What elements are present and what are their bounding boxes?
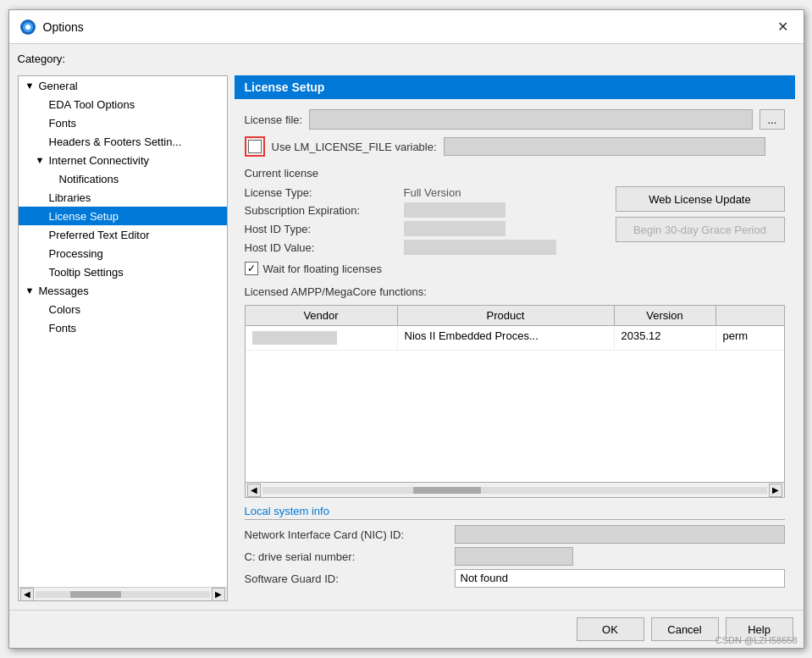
software-guard-value: Not found <box>455 569 785 588</box>
sidebar-item-label: EDA Tool Options <box>49 98 135 111</box>
software-guard-label: Software Guard ID: <box>245 572 448 585</box>
licensed-ampp-title: Licensed AMPP/MegaCore functions: <box>245 285 785 298</box>
tree-scroll-right[interactable]: ▶ <box>212 588 225 601</box>
begin-grace-button[interactable]: Begin 30-day Grace Period <box>616 217 785 242</box>
table-row: Nios II Embedded Proces... 2035.12 perm <box>246 326 784 351</box>
host-id-type-row: Host ID Type: <box>245 221 605 236</box>
wait-floating-checkbox[interactable]: ✓ <box>245 262 258 275</box>
sidebar-item-license-setup[interactable]: License Setup <box>19 207 227 225</box>
license-fields: License Type: Full Version Subscription … <box>245 186 605 275</box>
table-scroll-left[interactable]: ◀ <box>247 484 261 497</box>
lm-checkbox-container <box>245 136 265 157</box>
bottom-bar: OK Cancel Help <box>9 610 804 648</box>
host-id-type-value-blurred <box>404 221 505 236</box>
sidebar-item-label: Fonts <box>49 117 77 130</box>
ok-button[interactable]: OK <box>577 617 644 641</box>
sidebar-item-label: Tooltip Settings <box>49 266 124 279</box>
vendor-blurred <box>252 331 337 345</box>
license-file-row: License file: ... <box>245 109 785 130</box>
subscription-value-blurred <box>404 202 505 218</box>
lm-license-checkbox[interactable] <box>248 140 262 153</box>
sidebar-item-label: Processing <box>49 247 103 260</box>
licensed-functions-table: Vendor Product Version Nios II Embedded … <box>245 305 785 498</box>
host-id-value-label: Host ID Value: <box>245 241 397 254</box>
license-type-value: Full Version <box>404 186 461 199</box>
web-license-update-button[interactable]: Web License Update <box>616 186 785 212</box>
svg-point-2 <box>25 25 30 30</box>
sidebar-item-colors[interactable]: Colors <box>19 300 227 318</box>
content-header: License Setup <box>235 75 795 99</box>
subscription-row: Subscription Expiration: <box>245 202 605 218</box>
expand-icon-messages: ▼ <box>25 285 36 296</box>
sidebar-item-label: License Setup <box>49 210 119 223</box>
license-type-label: License Type: <box>245 186 397 199</box>
expand-icon-internet: ▼ <box>36 155 46 165</box>
category-tree: ▼ General EDA Tool Options Fonts Headers… <box>18 75 228 601</box>
sidebar-item-preferred-text-editor[interactable]: Preferred Text Editor <box>19 225 227 244</box>
sidebar-item-general[interactable]: ▼ General <box>19 76 227 95</box>
browse-button[interactable]: ... <box>760 109 784 130</box>
license-buttons: Web License Update Begin 30-day Grace Pe… <box>616 186 785 275</box>
current-license-title: Current license <box>245 167 785 180</box>
tree-scroll-left[interactable]: ◀ <box>20 588 34 601</box>
license-type-row: License Type: Full Version <box>245 186 605 199</box>
td-product: Nios II Embedded Proces... <box>398 326 615 350</box>
nic-row: Network Interface Card (NIC) ID: <box>245 525 785 544</box>
cancel-button[interactable]: Cancel <box>651 617 719 641</box>
title-bar: Options ✕ <box>9 10 804 44</box>
td-version: 2035.12 <box>615 326 716 350</box>
table-scroll-track[interactable] <box>262 487 767 494</box>
close-button[interactable]: ✕ <box>773 17 793 37</box>
host-id-value-row: Host ID Value: <box>245 240 605 255</box>
wait-floating-row: ✓ Wait for floating licenses <box>245 262 605 275</box>
table-scroll-right[interactable]: ▶ <box>769 484 782 497</box>
checkmark-icon: ✓ <box>247 263 256 274</box>
sidebar-item-eda-tool-options[interactable]: EDA Tool Options <box>19 95 227 113</box>
col-version: Version <box>615 306 716 325</box>
drive-serial-label: C: drive serial number: <box>245 550 448 563</box>
software-guard-row: Software Guard ID: Not found <box>245 569 785 588</box>
nic-label: Network Interface Card (NIC) ID: <box>245 528 448 541</box>
sidebar-item-messages[interactable]: ▼ Messages <box>19 281 227 300</box>
lm-license-row: Use LM_LICENSE_FILE variable: <box>245 136 785 157</box>
lm-license-input[interactable] <box>444 137 765 156</box>
col-vendor: Vendor <box>246 306 398 325</box>
table-header: Vendor Product Version <box>246 306 784 326</box>
tree-scroll-track[interactable] <box>36 591 210 598</box>
table-scroll-thumb <box>413 487 481 494</box>
license-file-input[interactable] <box>309 109 753 130</box>
host-id-type-label: Host ID Type: <box>245 223 397 235</box>
sidebar-item-label: Fonts <box>49 322 77 335</box>
category-label: Category: <box>18 53 795 65</box>
watermark: CSDN @LZH58658 <box>715 635 798 645</box>
tree-scroll-thumb <box>70 591 121 598</box>
drive-serial-row: C: drive serial number: <box>245 547 785 566</box>
host-id-value-blurred <box>404 240 556 255</box>
sidebar-item-label: Preferred Text Editor <box>49 229 150 241</box>
wait-floating-label: Wait for floating licenses <box>263 263 382 275</box>
sidebar-item-label: Messages <box>39 285 89 297</box>
td-vendor <box>246 326 398 350</box>
sidebar-item-label-general: General <box>39 80 78 92</box>
content-panel: License Setup License file: ... Use LM_L… <box>235 75 795 601</box>
sidebar-item-tooltip-settings[interactable]: Tooltip Settings <box>19 263 227 281</box>
sidebar-item-libraries[interactable]: Libraries <box>19 188 227 207</box>
sidebar-item-notifications[interactable]: Notifications <box>19 169 227 188</box>
td-extra: perm <box>716 326 784 350</box>
sidebar-item-processing[interactable]: Processing <box>19 244 227 263</box>
col-extra <box>716 306 784 325</box>
nic-input-blurred[interactable] <box>455 525 785 544</box>
table-hscrollbar[interactable]: ◀ ▶ <box>246 482 784 497</box>
lm-license-label: Use LM_LICENSE_FILE variable: <box>272 141 437 153</box>
col-product: Product <box>398 306 615 325</box>
license-file-label: License file: <box>245 113 303 126</box>
sidebar-item-internet-connectivity[interactable]: ▼ Internet Connectivity <box>19 151 227 169</box>
content-body: License file: ... Use LM_LICENSE_FILE va… <box>235 99 795 601</box>
local-info-title: Local system info <box>245 505 785 520</box>
tree-hscrollbar[interactable]: ◀ ▶ <box>19 587 227 600</box>
drive-serial-input-blurred[interactable] <box>455 547 573 566</box>
sidebar-item-fonts2[interactable]: Fonts <box>19 318 227 337</box>
sidebar-item-headers-footers[interactable]: Headers & Footers Settin... <box>19 132 227 151</box>
sidebar-item-label: Libraries <box>49 191 91 204</box>
sidebar-item-fonts[interactable]: Fonts <box>19 113 227 132</box>
